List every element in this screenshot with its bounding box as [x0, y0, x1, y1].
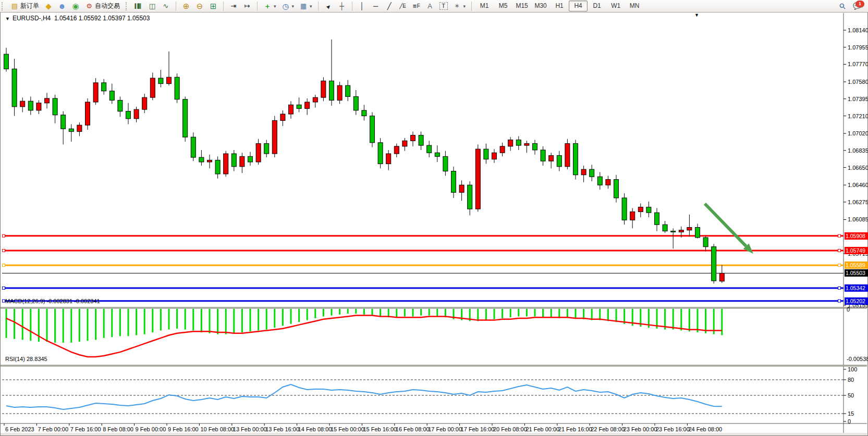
notifications-button[interactable]: 💬 1 [849, 1, 865, 11]
arrows-tool-button[interactable]: ✶▾ [450, 1, 469, 11]
zoom-in-button[interactable]: ⊕ [179, 1, 193, 11]
svg-text:24 Feb 08:00: 24 Feb 08:00 [688, 426, 722, 432]
svg-text:1.06650: 1.06650 [848, 165, 868, 171]
svg-text:0: 0 [848, 418, 851, 425]
timeframe-button-D1[interactable]: D1 [588, 1, 606, 11]
timeframe-button-M1[interactable]: M1 [475, 1, 494, 11]
svg-text:0: 0 [847, 306, 850, 313]
candle-chart-button[interactable]: ◫ [145, 1, 159, 11]
svg-text:15: 15 [848, 410, 854, 417]
svg-text:7 Feb 00:00: 7 Feb 00:00 [38, 426, 68, 432]
timeframe-button-MN[interactable]: MN [625, 1, 644, 11]
tile-windows-icon: ⊞ [209, 2, 217, 10]
periods-button[interactable]: ◷▾ [279, 1, 297, 11]
auto-trading-button[interactable]: ⚙ 自动交易 [82, 1, 123, 11]
horizontal-line-button[interactable]: ─ [369, 1, 383, 11]
rsi-name: RSI(14) [5, 356, 25, 362]
svg-text:1.07020: 1.07020 [848, 130, 868, 136]
arrows-tool-icon: ✶ [453, 2, 461, 10]
svg-text:15 Feb 00:00: 15 Feb 00:00 [331, 426, 364, 432]
timeframe-button-M5[interactable]: M5 [494, 1, 512, 11]
auto-trading-icon: ⚙ [85, 2, 93, 10]
vertical-line-button[interactable]: │ [356, 1, 369, 11]
chart-shift-button[interactable]: ↦ [240, 1, 254, 11]
timeframe-button-W1[interactable]: W1 [606, 1, 625, 11]
fibonacci-icon: ≣F [412, 2, 421, 10]
fibonacci-button[interactable]: ≣F [410, 1, 423, 11]
market-watch-button[interactable]: ◉ [69, 1, 82, 11]
trendline-button[interactable]: ╱ [383, 1, 396, 11]
crosshair-button[interactable]: ┼ [335, 1, 349, 11]
template-icon: ▦ [299, 2, 308, 10]
timeframe-button-M30[interactable]: M30 [531, 1, 550, 11]
svg-text:16 Feb 08:00: 16 Feb 08:00 [396, 426, 430, 432]
symbol-dropdown-icon[interactable]: ▼ [5, 16, 10, 21]
profile-button[interactable]: ☻ [55, 1, 69, 11]
timeframe-button-M15[interactable]: M15 [512, 1, 531, 11]
trendline-icon: ╱ [385, 2, 394, 10]
svg-text:1.06835: 1.06835 [848, 147, 868, 154]
svg-text:1.06275: 1.06275 [848, 199, 868, 205]
svg-text:23 Feb 00:00: 23 Feb 00:00 [624, 426, 657, 432]
dropdown-caret-icon: ▾ [274, 4, 276, 9]
timeframe-group: M1M5M15M30H1H4D1W1MN [473, 0, 645, 12]
svg-text:9 Feb 16:00: 9 Feb 16:00 [168, 426, 199, 432]
zoom-out-button[interactable]: ⊖ [193, 1, 206, 11]
line-chart-icon: ∿ [162, 2, 170, 10]
channel-icon: ╱E [399, 2, 407, 10]
svg-text:1.07210: 1.07210 [848, 113, 868, 119]
timeframe-button-H1[interactable]: H1 [550, 1, 569, 11]
dropdown-caret-icon: ▾ [463, 4, 466, 9]
svg-text:17 Feb 00:00: 17 Feb 00:00 [428, 426, 462, 432]
notification-badge: 1 [855, 1, 864, 7]
chart-title: ▼EURUSD-,H4 1.05416 1.05592 1.05397 1.05… [5, 15, 150, 22]
bar-chart-button[interactable]: ▍▋▎ [132, 1, 145, 11]
svg-text:13 Feb 00:00: 13 Feb 00:00 [233, 426, 267, 432]
auto-scroll-button[interactable]: ⇥ [227, 1, 240, 11]
search-button[interactable]: ⚲ [836, 1, 849, 11]
text-icon: A [426, 2, 434, 10]
toolbar-grip[interactable] [2, 2, 5, 10]
svg-text:1.06085: 1.06085 [848, 216, 868, 222]
vline-icon: │ [358, 2, 366, 10]
macd-values: -0.002831 -0.002341 [46, 298, 100, 304]
svg-text:1.08140: 1.08140 [848, 27, 868, 33]
chart-canvas[interactable]: 1.081401.079551.077701.075801.073951.072… [0, 0, 868, 436]
macd-name: MACD(12,26,9) [5, 298, 45, 304]
chart-wizard-icon: ◆ [44, 2, 53, 10]
price-line-label: 1.05202 [845, 297, 868, 305]
chart-wizard-button[interactable]: ◆ [42, 1, 55, 11]
hline-icon: ─ [372, 2, 380, 10]
mt4-application: ▤ 新订单 ◆ ☻ ◉ ⚙ 自动交易 ▍▋▎ ◫ ∿ ⊕ [0, 0, 868, 436]
svg-text:6 Feb 2023: 6 Feb 2023 [5, 426, 34, 432]
market-watch-icon: ◉ [71, 2, 80, 10]
chart-shift-marker-icon[interactable]: ▼ [694, 13, 699, 18]
svg-text:50: 50 [848, 392, 854, 398]
toolbar: ▤ 新订单 ◆ ☻ ◉ ⚙ 自动交易 ▍▋▎ ◫ ∿ ⊕ [0, 0, 868, 13]
timeframe-button-H4[interactable]: H4 [569, 1, 588, 11]
svg-text:22 Feb 08:00: 22 Feb 08:00 [591, 426, 625, 432]
cursor-button[interactable]: ► [322, 1, 335, 11]
zoom-in-icon: ⊕ [182, 2, 190, 10]
new-order-icon: ▤ [10, 2, 19, 10]
price-line-label: 1.05908 [845, 232, 868, 240]
label-tool-button[interactable]: T [437, 1, 450, 11]
tile-windows-button[interactable]: ⊞ [206, 1, 220, 11]
svg-text:1.07770: 1.07770 [848, 61, 868, 67]
line-chart-button[interactable]: ∿ [159, 1, 173, 11]
template-button[interactable]: ▦▾ [297, 1, 315, 11]
svg-text:1.07395: 1.07395 [848, 96, 868, 102]
equidistant-channel-button[interactable]: ╱E [396, 1, 410, 11]
new-order-button[interactable]: ▤ 新订单 [8, 1, 42, 11]
indicators-button[interactable]: ＋▾ [261, 1, 279, 11]
dropdown-caret-icon: ▾ [292, 4, 295, 9]
price-line-label: 1.05589 [845, 261, 868, 269]
zoom-out-icon: ⊖ [195, 2, 204, 10]
svg-text:100: 100 [848, 366, 857, 372]
text-tool-button[interactable]: A [423, 1, 437, 11]
toolbar-grip[interactable] [126, 2, 129, 10]
svg-text:8 Feb 08:00: 8 Feb 08:00 [103, 426, 133, 432]
svg-text:-0.005384: -0.005384 [847, 356, 868, 362]
macd-indicator-label: MACD(12,26,9) -0.002831 -0.002341 [5, 298, 100, 304]
price-line-label: 1.05749 [845, 247, 868, 254]
